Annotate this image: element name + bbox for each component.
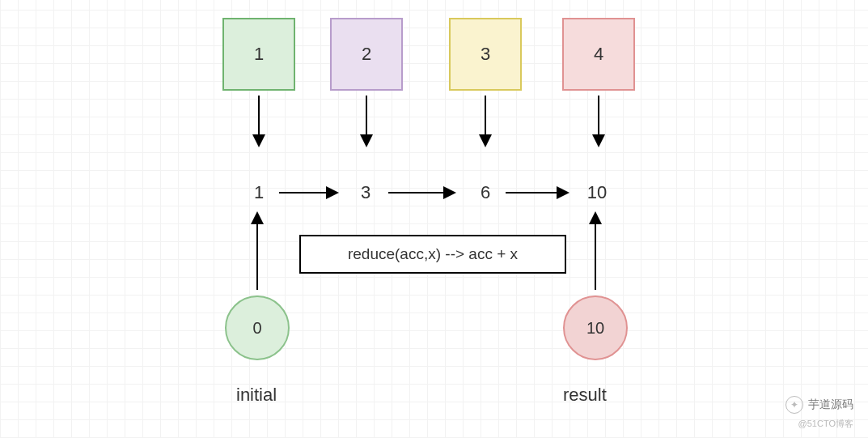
input-box-3: 3	[449, 18, 522, 91]
wechat-icon: ✦	[785, 396, 803, 414]
watermark-site: @51CTO博客	[798, 418, 853, 430]
accumulator-4: 10	[581, 182, 613, 203]
input-box-2: 2	[330, 18, 403, 91]
arrow-down-icon	[358, 96, 375, 152]
result-label: result	[563, 385, 607, 406]
reduce-diagram: 1 2 3 4 1 3 6 10 reduce(acc,x) --> acc +…	[0, 0, 868, 438]
arrow-down-icon	[591, 96, 607, 152]
initial-circle: 0	[225, 296, 290, 360]
arrow-down-icon	[251, 96, 267, 152]
arrow-up-icon	[587, 206, 603, 291]
input-box-4: 4	[562, 18, 635, 91]
input-box-1: 1	[222, 18, 295, 91]
accumulator-1: 1	[243, 182, 275, 203]
initial-label: initial	[236, 385, 277, 406]
accumulator-2: 3	[349, 182, 382, 203]
result-circle: 10	[563, 296, 628, 360]
reduce-function-box: reduce(acc,x) --> acc + x	[299, 235, 566, 274]
accumulator-3: 6	[469, 182, 502, 203]
arrow-right-icon	[506, 185, 574, 201]
arrow-down-icon	[477, 96, 493, 152]
arrow-right-icon	[388, 185, 461, 201]
watermark-brand-text: 芋道源码	[808, 398, 853, 412]
watermark-brand: ✦ 芋道源码	[785, 396, 853, 414]
arrow-right-icon	[279, 185, 344, 201]
arrow-up-icon	[249, 206, 265, 291]
